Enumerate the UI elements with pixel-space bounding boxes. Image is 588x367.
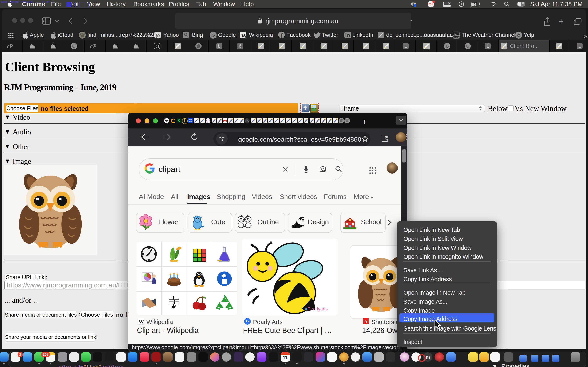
svg-text:G: G xyxy=(466,44,469,48)
svg-text:●Pearlyarts: ●Pearlyarts xyxy=(305,306,328,311)
svg-text:G: G xyxy=(211,33,215,38)
svg-text:G: G xyxy=(445,44,449,48)
svg-text:G: G xyxy=(72,44,76,48)
